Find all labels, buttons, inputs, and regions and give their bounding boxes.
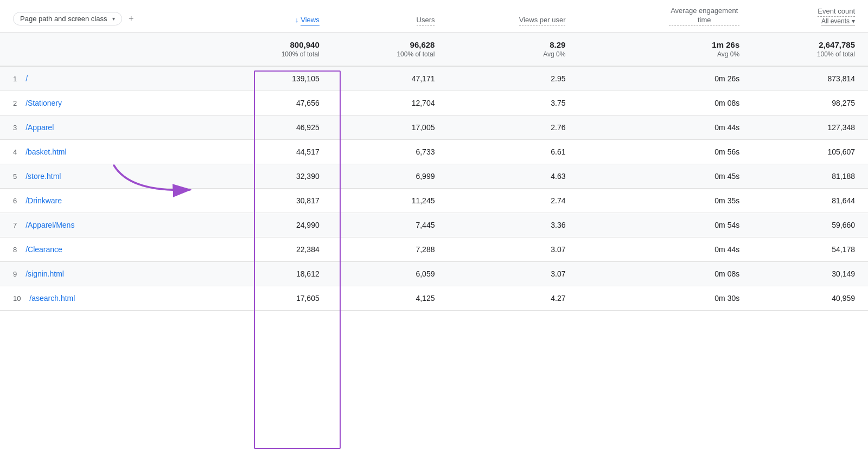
row-event-count-cell: 30,149: [752, 262, 868, 286]
row-page-path[interactable]: /Clearance: [25, 245, 62, 254]
row-avg-engagement-cell: 0m 45s: [578, 164, 752, 189]
analytics-table: Page path and screen class ▾ + ↓Views Us…: [0, 0, 868, 311]
row-page-cell: 1 /: [0, 66, 217, 91]
row-views-per-user-cell: 6.61: [448, 140, 578, 164]
row-page-path[interactable]: /Apparel/Mens: [25, 221, 74, 229]
table-row: 7 /Apparel/Mens 24,990 7,445 3.36 0m 54s…: [0, 213, 868, 237]
row-avg-engagement-cell: 0m 08s: [578, 262, 752, 286]
row-event-count-cell: 105,607: [752, 140, 868, 164]
row-views-cell: 47,656: [217, 91, 333, 115]
row-views-per-user-cell: 3.36: [448, 213, 578, 237]
page-filter-chip[interactable]: Page path and screen class ▾: [13, 12, 122, 25]
totals-vpu-sub: Avg 0%: [461, 50, 565, 58]
row-avg-engagement-cell: 0m 35s: [578, 189, 752, 213]
row-page-path[interactable]: /Stationery: [25, 99, 62, 107]
views-header-label: Views: [301, 15, 319, 25]
row-page-path[interactable]: /store.html: [25, 172, 61, 181]
row-views-cell: 139,105: [217, 66, 333, 91]
row-page-path[interactable]: /signin.html: [25, 269, 64, 278]
col-header-views-per-user[interactable]: Views per user: [448, 0, 578, 33]
table-row: 3 /Apparel 46,925 17,005 2.76 0m 44s 127…: [0, 115, 868, 140]
row-event-count-cell: 81,644: [752, 189, 868, 213]
row-users-cell: 6,999: [333, 164, 448, 189]
row-views-per-user-cell: 4.63: [448, 164, 578, 189]
row-views-cell: 17,605: [217, 286, 333, 311]
avg-engagement-header-label: Average engagement time: [669, 7, 739, 25]
row-views-cell: 32,390: [217, 164, 333, 189]
totals-users-sub: 100% of total: [346, 50, 435, 58]
row-page-cell: 10 /asearch.html: [0, 286, 217, 311]
row-page-cell: 7 /Apparel/Mens: [0, 213, 217, 237]
table-header-row: Page path and screen class ▾ + ↓Views Us…: [0, 0, 868, 33]
table-row: 9 /signin.html 18,612 6,059 3.07 0m 08s …: [0, 262, 868, 286]
col-header-page[interactable]: Page path and screen class ▾ +: [0, 0, 217, 33]
event-count-filter-label: All events: [821, 17, 850, 25]
row-event-count-cell: 81,188: [752, 164, 868, 189]
page-filter-dropdown-icon: ▾: [112, 16, 115, 22]
row-users-cell: 17,005: [333, 115, 448, 140]
row-event-count-cell: 127,348: [752, 115, 868, 140]
totals-avg-engagement-cell: 1m 26s Avg 0%: [578, 33, 752, 67]
row-page-path[interactable]: /basket.html: [25, 147, 66, 156]
row-number: 10: [13, 294, 27, 303]
row-views-cell: 44,517: [217, 140, 333, 164]
row-users-cell: 7,445: [333, 213, 448, 237]
row-views-per-user-cell: 2.95: [448, 66, 578, 91]
row-page-cell: 8 /Clearance: [0, 237, 217, 262]
totals-row: 800,940 100% of total 96,628 100% of tot…: [0, 33, 868, 67]
row-page-cell: 3 /Apparel: [0, 115, 217, 140]
row-views-cell: 24,990: [217, 213, 333, 237]
totals-views-sub: 100% of total: [230, 50, 320, 58]
row-page-path[interactable]: /: [25, 74, 28, 83]
row-users-cell: 6,059: [333, 262, 448, 286]
col-header-users[interactable]: Users: [333, 0, 448, 33]
row-users-cell: 11,245: [333, 189, 448, 213]
views-per-user-header-label: Views per user: [519, 16, 566, 25]
row-page-cell: 5 /store.html: [0, 164, 217, 189]
row-page-cell: 2 /Stationery: [0, 91, 217, 115]
table-row: 2 /Stationery 47,656 12,704 3.75 0m 08s …: [0, 91, 868, 115]
row-event-count-cell: 59,660: [752, 213, 868, 237]
table-row: 6 /Drinkware 30,817 11,245 2.74 0m 35s 8…: [0, 189, 868, 213]
totals-users-cell: 96,628 100% of total: [333, 33, 448, 67]
row-number: 7: [13, 221, 23, 229]
row-views-per-user-cell: 3.75: [448, 91, 578, 115]
row-avg-engagement-cell: 0m 30s: [578, 286, 752, 311]
table-row: 4 /basket.html 44,517 6,733 6.61 0m 56s …: [0, 140, 868, 164]
page-filter-label: Page path and screen class: [20, 15, 107, 23]
row-page-path[interactable]: /asearch.html: [29, 294, 75, 303]
col-header-avg-engagement[interactable]: Average engagement time: [578, 0, 752, 33]
totals-vpu-value: 8.29: [461, 40, 565, 49]
row-number: 4: [13, 148, 23, 156]
totals-views-value: 800,940: [230, 40, 320, 49]
totals-views-per-user-cell: 8.29 Avg 0%: [448, 33, 578, 67]
row-event-count-cell: 40,959: [752, 286, 868, 311]
row-page-path[interactable]: /Apparel: [25, 123, 54, 132]
add-dimension-button[interactable]: +: [129, 14, 133, 23]
sort-descending-icon: ↓: [295, 16, 299, 24]
row-users-cell: 4,125: [333, 286, 448, 311]
row-avg-engagement-cell: 0m 56s: [578, 140, 752, 164]
row-number: 2: [13, 99, 23, 107]
row-event-count-cell: 54,178: [752, 237, 868, 262]
row-avg-engagement-cell: 0m 26s: [578, 66, 752, 91]
row-views-cell: 18,612: [217, 262, 333, 286]
row-number: 8: [13, 246, 23, 254]
row-users-cell: 6,733: [333, 140, 448, 164]
row-users-cell: 47,171: [333, 66, 448, 91]
totals-views-cell: 800,940 100% of total: [217, 33, 333, 67]
col-header-event-count[interactable]: Event count All events ▾: [752, 0, 868, 33]
row-number: 5: [13, 172, 23, 181]
row-number: 9: [13, 270, 23, 278]
row-views-per-user-cell: 2.74: [448, 189, 578, 213]
row-page-path[interactable]: /Drinkware: [25, 196, 62, 205]
row-views-cell: 22,384: [217, 237, 333, 262]
totals-page-cell: [0, 33, 217, 67]
totals-events-value: 2,647,785: [765, 40, 855, 49]
analytics-table-container: Page path and screen class ▾ + ↓Views Us…: [0, 0, 868, 456]
row-avg-engagement-cell: 0m 54s: [578, 213, 752, 237]
row-views-per-user-cell: 4.27: [448, 286, 578, 311]
col-header-views[interactable]: ↓Views: [217, 0, 333, 33]
row-avg-engagement-cell: 0m 08s: [578, 91, 752, 115]
row-number: 3: [13, 124, 23, 132]
